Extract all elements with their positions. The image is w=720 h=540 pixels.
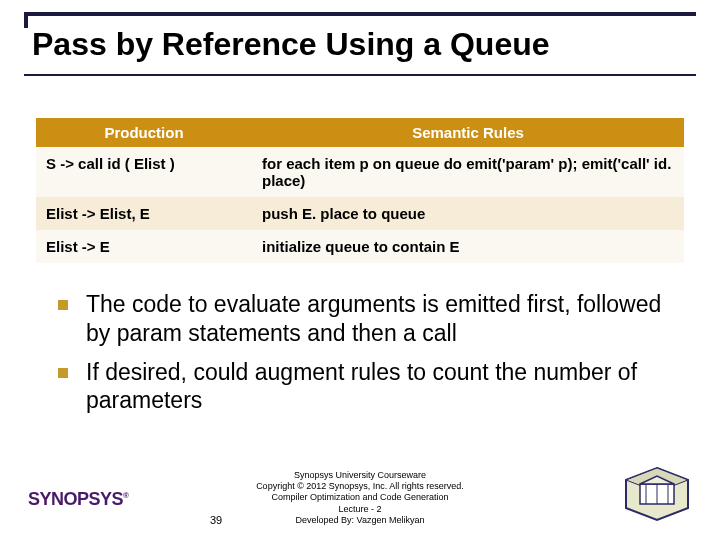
college-logo-icon — [622, 466, 692, 522]
list-item: The code to evaluate arguments is emitte… — [58, 290, 680, 348]
cell-rules: for each item p on queue do emit('param'… — [252, 147, 684, 197]
title-underline — [24, 74, 696, 76]
bullet-text: If desired, could augment rules to count… — [86, 358, 680, 416]
slide-title: Pass by Reference Using a Queue — [32, 26, 696, 63]
cell-rules: initialize queue to contain E — [252, 230, 684, 263]
top-rule — [24, 12, 696, 16]
bullet-text: The code to evaluate arguments is emitte… — [86, 290, 680, 348]
table-row: S -> call id ( Elist ) for each item p o… — [36, 147, 684, 197]
list-item: If desired, could augment rules to count… — [58, 358, 680, 416]
rules-table: Production Semantic Rules S -> call id (… — [36, 118, 684, 263]
slide: Pass by Reference Using a Queue Producti… — [0, 0, 720, 540]
table-header-row: Production Semantic Rules — [36, 118, 684, 147]
bullet-icon — [58, 368, 68, 378]
cell-production: Elist -> Elist, E — [36, 197, 252, 230]
footer-line: Developed By: Vazgen Melikyan — [0, 515, 720, 526]
footer-line: Copyright © 2012 Synopsys, Inc. All righ… — [0, 481, 720, 492]
cell-production: S -> call id ( Elist ) — [36, 147, 252, 197]
footer: Synopsys University Courseware Copyright… — [0, 470, 720, 526]
table-row: Elist -> E initialize queue to contain E — [36, 230, 684, 263]
top-rule-tick — [24, 16, 28, 28]
th-rules: Semantic Rules — [252, 118, 684, 147]
cell-production: Elist -> E — [36, 230, 252, 263]
bullet-list: The code to evaluate arguments is emitte… — [58, 290, 680, 425]
cell-rules: push E. place to queue — [252, 197, 684, 230]
footer-line: Compiler Optimization and Code Generatio… — [0, 492, 720, 503]
bullet-icon — [58, 300, 68, 310]
table-row: Elist -> Elist, E push E. place to queue — [36, 197, 684, 230]
th-production: Production — [36, 118, 252, 147]
footer-line: Lecture - 2 — [0, 504, 720, 515]
footer-line: Synopsys University Courseware — [0, 470, 720, 481]
